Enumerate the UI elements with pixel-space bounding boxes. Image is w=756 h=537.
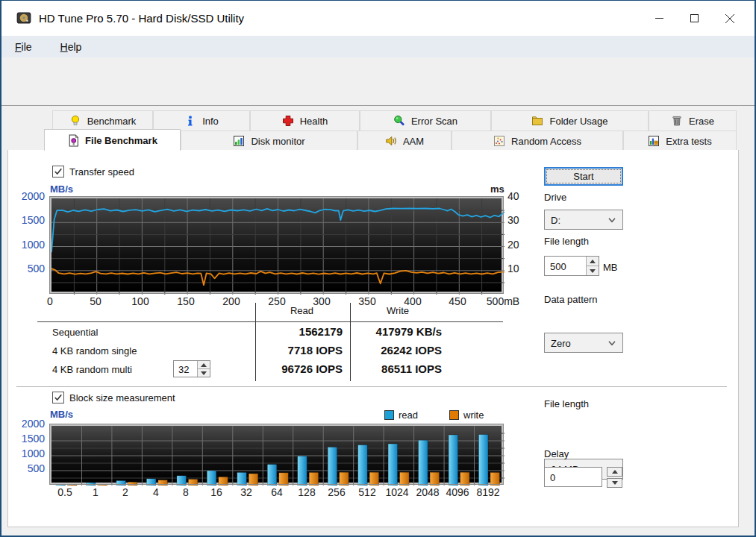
folder-usage-icon — [531, 115, 544, 128]
block-size-chart — [50, 424, 503, 484]
menu-help[interactable]: Help — [56, 40, 87, 54]
erase-trash-icon — [671, 115, 684, 128]
result-row-label: Sequential — [52, 327, 98, 338]
write-legend-label: write — [463, 409, 484, 421]
result-write-value: 86511 IOPS — [354, 362, 442, 375]
stepper-up-icon[interactable] — [587, 257, 599, 266]
read-legend-label: read — [399, 409, 418, 421]
bs-yaxis-ticks: 500100015002000 — [1, 424, 45, 484]
axis-tick: 500 — [28, 463, 45, 474]
delay-label: Delay — [544, 448, 569, 459]
axis-tick: 32 — [240, 487, 252, 498]
stepper-down-icon[interactable] — [198, 368, 210, 377]
aam-speaker-icon — [385, 135, 398, 148]
axis-tick: 100 — [131, 296, 149, 307]
table-divider — [255, 303, 256, 381]
axis-tick: 8192 — [476, 487, 499, 498]
ts-right-axis-ticks: 10203040 — [507, 197, 537, 293]
tab-random-access[interactable]: Random Access — [452, 131, 623, 151]
write-column-header: Write — [354, 305, 442, 316]
axis-tick: 150 — [177, 296, 194, 307]
result-write-value: 26242 IOPS — [354, 344, 442, 357]
tab-file-benchmark[interactable]: File Benchmark — [44, 129, 181, 151]
file-length-stepper[interactable]: 500 — [544, 256, 599, 276]
transfer-speed-option: Transfer speed — [52, 166, 134, 178]
delay-input[interactable]: 0 — [544, 467, 602, 487]
toolbar: BIOSTAR M700-256GB (256 gB) -- °C Exit — [1, 57, 755, 105]
tab-disk-monitor[interactable]: Disk monitor — [181, 131, 357, 151]
tab-aam[interactable]: AAM — [357, 131, 452, 151]
section-divider — [16, 386, 727, 388]
health-cross-icon — [282, 115, 295, 128]
ts-yaxis-ticks: 500100015002000 — [1, 197, 45, 293]
result-write-value: 417979 KB/s — [354, 325, 442, 338]
axis-tick: 0.5 — [57, 487, 72, 498]
axis-tick: 2048 — [416, 487, 439, 498]
tab-erase[interactable]: Erase — [649, 110, 737, 131]
benchmark-bulb-icon — [69, 115, 82, 128]
block-size-checkbox[interactable] — [52, 392, 64, 403]
info-icon — [184, 115, 197, 128]
transfer-speed-checkbox[interactable] — [52, 166, 64, 178]
tab-info[interactable]: Info — [153, 110, 250, 131]
axis-tick: 1000 — [22, 239, 45, 251]
axis-tick: 10 — [507, 263, 519, 274]
block-size-label: Block size measurement — [69, 392, 175, 403]
block-file-length-label: File length — [544, 398, 589, 409]
delay-down-icon[interactable] — [607, 478, 622, 488]
tab-bar: BenchmarkInfoHealthError ScanFolder Usag… — [1, 105, 755, 150]
axis-tick: 1 — [93, 487, 99, 498]
read-column-header: Read — [259, 305, 345, 316]
drive-dropdown[interactable]: D: — [544, 210, 623, 230]
axis-tick: 50 — [90, 296, 101, 307]
tab-health[interactable]: Health — [250, 110, 360, 131]
axis-tick: 16 — [210, 487, 222, 498]
read-legend-swatch — [384, 410, 394, 420]
axis-tick: 450 — [449, 296, 466, 307]
disk-monitor-icon — [233, 135, 246, 148]
stepper-up-icon[interactable] — [198, 361, 210, 368]
stepper-down-icon[interactable] — [587, 266, 599, 275]
axis-tick: 40 — [507, 191, 519, 202]
delay-up-icon[interactable] — [607, 467, 622, 477]
table-divider — [37, 321, 503, 322]
file-length-label: File length — [544, 236, 589, 247]
menu-file[interactable]: File — [10, 40, 37, 54]
tab-folder-usage[interactable]: Folder Usage — [491, 110, 649, 131]
transfer-speed-chart — [50, 197, 503, 293]
axis-tick: 2000 — [22, 418, 45, 430]
axis-tick: 64 — [271, 487, 283, 498]
tab-error-scan[interactable]: Error Scan — [360, 110, 491, 131]
axis-tick: 20 — [507, 239, 519, 251]
result-read-value: 96726 IOPS — [259, 362, 343, 375]
queue-depth-value: 32 — [178, 364, 189, 375]
block-size-option: Block size measurement — [52, 392, 175, 403]
delay-value: 0 — [550, 472, 555, 483]
extra-tests-icon — [648, 135, 660, 148]
window-title: HD Tune Pro 5.70 - Hard Disk/SSD Utility — [39, 12, 244, 25]
axis-tick: 30 — [507, 215, 519, 226]
error-scan-icon — [393, 115, 406, 128]
minimize-icon[interactable] — [642, 1, 677, 36]
axis-tick: 500mB — [487, 296, 519, 307]
queue-depth-stepper[interactable]: 32 — [173, 360, 210, 377]
axis-tick: 4096 — [446, 487, 469, 498]
start-button[interactable]: Start — [544, 167, 623, 186]
axis-tick: 2000 — [22, 191, 45, 202]
menu-bar: File Help — [1, 36, 755, 57]
maximize-icon[interactable] — [677, 1, 712, 36]
table-divider — [350, 303, 351, 381]
result-read-value: 7718 IOPS — [259, 344, 343, 357]
app-icon — [16, 10, 31, 25]
tab-extra-tests[interactable]: Extra tests — [623, 131, 737, 151]
result-row-label: 4 KB random single — [52, 345, 137, 357]
axis-tick: 4 — [153, 487, 159, 498]
drive-label: Drive — [544, 192, 566, 203]
tab-benchmark[interactable]: Benchmark — [52, 110, 153, 131]
axis-tick: 200 — [222, 296, 240, 307]
data-pattern-label: Data pattern — [544, 294, 598, 305]
close-icon[interactable] — [712, 1, 747, 36]
data-pattern-dropdown[interactable]: Zero — [544, 333, 623, 353]
transfer-speed-label: Transfer speed — [69, 166, 134, 178]
file-length-unit: MB — [603, 262, 618, 273]
